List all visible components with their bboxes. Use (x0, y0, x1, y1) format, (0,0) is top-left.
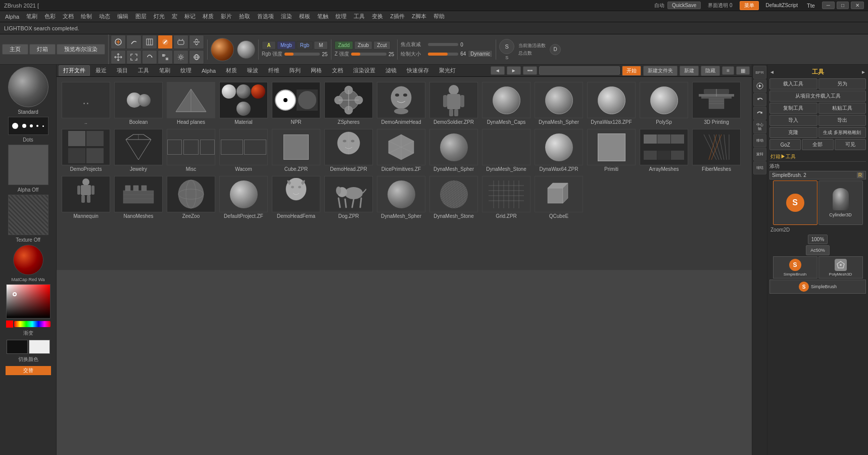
cylinder3d-icon[interactable]: Cylinder3D (818, 180, 863, 225)
list-item[interactable]: ArrayMeshes (639, 128, 689, 173)
list-item[interactable]: Material (218, 81, 269, 126)
redo-button[interactable] (753, 107, 766, 120)
list-item[interactable]: Jewelry (113, 128, 164, 173)
tab-quick-save[interactable]: 快速保存 (402, 65, 433, 76)
list-item[interactable]: DynaWax128.ZPF (586, 81, 637, 126)
snap-icon[interactable] (158, 50, 173, 64)
goz-button[interactable]: GoZ (769, 139, 801, 150)
export-button[interactable]: 导出 (818, 115, 866, 126)
tab-fiber[interactable]: 纤维 (264, 65, 284, 76)
list-item[interactable]: DemoHeadFema (271, 175, 321, 220)
list-item[interactable]: NanoMeshes (113, 175, 164, 220)
load-from-project-button[interactable]: 从项目文件载入工具 (769, 90, 866, 102)
rotate-tool-button[interactable]: 旋转 (753, 148, 766, 161)
s-button[interactable]: S (499, 39, 514, 54)
lightbox-button[interactable]: 灯箱 (29, 44, 56, 55)
brush-active-icon[interactable] (158, 35, 173, 49)
material-sphere-preview[interactable] (211, 38, 234, 61)
nav-dots-button[interactable]: ••• (523, 66, 538, 75)
menu-tool[interactable]: 工具 (351, 12, 368, 21)
polymesh-button[interactable]: 生成 多形网格雕刻 (818, 127, 866, 138)
draw-mode-icon[interactable] (111, 35, 126, 49)
menu-layer[interactable]: 图层 (132, 12, 150, 21)
scale-tool-button[interactable]: 缩结 (753, 161, 766, 174)
settings2-icon[interactable] (173, 50, 188, 64)
rgb-button[interactable]: Rgb (297, 41, 313, 50)
tab-spotlight[interactable]: 聚光灯 (435, 65, 460, 76)
render-button[interactable] (753, 79, 766, 93)
start-button[interactable]: 开始 (622, 66, 641, 76)
list-item[interactable]: Dog.ZPR (323, 175, 374, 220)
menu-stroke[interactable]: 笔触 (314, 12, 331, 21)
menu-mark[interactable]: 标记 (181, 12, 199, 21)
list-item[interactable]: Head planes (166, 81, 216, 126)
hide-button[interactable]: 隐藏 (701, 66, 720, 76)
white-swatch[interactable] (29, 340, 50, 354)
tab-texture[interactable]: 纹理 (176, 65, 196, 76)
list-item[interactable]: Mannequin (61, 175, 111, 220)
menu-dynamic[interactable]: 动态 (96, 12, 113, 21)
menu-template[interactable]: 模板 (296, 12, 313, 21)
list-item[interactable]: ZSpheres (323, 81, 374, 126)
bpr-button[interactable]: BPR (753, 66, 766, 79)
menu-button[interactable]: 菜单 (740, 1, 759, 10)
menu-zplugin[interactable]: Z插件 (387, 12, 408, 21)
right-panel-expand-icon[interactable]: ◄ (769, 69, 775, 75)
menu-render[interactable]: 渲染 (278, 12, 295, 21)
list-item[interactable]: ZeeZoo (166, 175, 216, 220)
smooth-icon[interactable] (126, 35, 141, 49)
list-item[interactable]: 3D Printing (691, 81, 742, 126)
list-item[interactable]: NPR (271, 81, 321, 126)
list-item[interactable]: Boolean (113, 81, 164, 126)
simplebrush-label-row[interactable]: S SimpleBrush (769, 280, 866, 294)
menu-document[interactable]: 文档 (60, 12, 77, 21)
menu-movie[interactable]: 影片 (218, 12, 235, 21)
color-sphere-preview[interactable] (237, 40, 255, 59)
menu-preferences[interactable]: 首选项 (254, 12, 277, 21)
ac50-button[interactable]: Ac50% (806, 245, 830, 255)
rotate-icon[interactable] (142, 50, 157, 64)
focal-track[interactable] (428, 43, 458, 46)
close-button[interactable]: ✕ (851, 2, 864, 9)
dynamic-button[interactable]: Dynamic (468, 50, 493, 58)
list-item[interactable]: QCubeE (534, 175, 584, 220)
zadd-button[interactable]: Zadd (334, 41, 353, 50)
menu-material[interactable]: 材质 (200, 12, 217, 21)
brush-sphere-preview[interactable] (8, 67, 49, 107)
view-grid-button[interactable]: ▦ (736, 66, 750, 75)
tab-project[interactable]: 项目 (112, 65, 132, 76)
menu-pick[interactable]: 拾取 (236, 12, 253, 21)
list-item[interactable]: DemoSoldier.ZPR (428, 81, 479, 126)
m-button[interactable]: M (314, 41, 328, 50)
grid2-icon[interactable] (189, 50, 204, 64)
tab-noise[interactable]: 噪波 (243, 65, 263, 76)
minimize-button[interactable]: ─ (822, 2, 835, 9)
menu-brush[interactable]: 笔刷 (23, 12, 40, 21)
view-list-button[interactable]: ≡ (722, 66, 734, 75)
nav-next-button[interactable]: ► (507, 66, 521, 75)
visible-button[interactable]: 可见 (835, 139, 866, 150)
paste-tool-button[interactable]: 粘贴工具 (818, 103, 866, 114)
list-item[interactable]: Misc (166, 128, 216, 173)
menu-light[interactable]: 灯光 (151, 12, 168, 21)
draw-size-track[interactable] (428, 53, 458, 56)
tab-array[interactable]: 阵列 (285, 65, 305, 76)
list-item[interactable]: DemoAnimeHead (376, 81, 426, 126)
list-item[interactable]: FiberMeshes (691, 128, 742, 173)
list-item[interactable]: Wacom (218, 128, 269, 173)
list-item[interactable]: DynaMesh_Stone (481, 128, 532, 173)
tab-material[interactable]: 材质 (221, 65, 242, 76)
tab-alpha[interactable]: Alpha (197, 66, 220, 75)
clone-button[interactable]: 克隆 (769, 127, 817, 138)
list-item[interactable]: DynaMesh_Spher (534, 81, 584, 126)
zoom-percent-button[interactable]: 100% (808, 235, 828, 244)
rgb-intensity-track[interactable] (284, 53, 320, 56)
crop-icon[interactable] (142, 35, 157, 49)
quicksave-button[interactable]: QuickSave (667, 2, 701, 9)
tab-filter[interactable]: 滤镜 (381, 65, 401, 76)
save-as-button[interactable]: 另为 (818, 78, 866, 89)
menu-macro[interactable]: 宏 (169, 12, 180, 21)
alpha-preview[interactable] (8, 145, 49, 185)
color-gradient-bg[interactable] (6, 284, 51, 318)
tab-mesh[interactable]: 网格 (306, 65, 326, 76)
